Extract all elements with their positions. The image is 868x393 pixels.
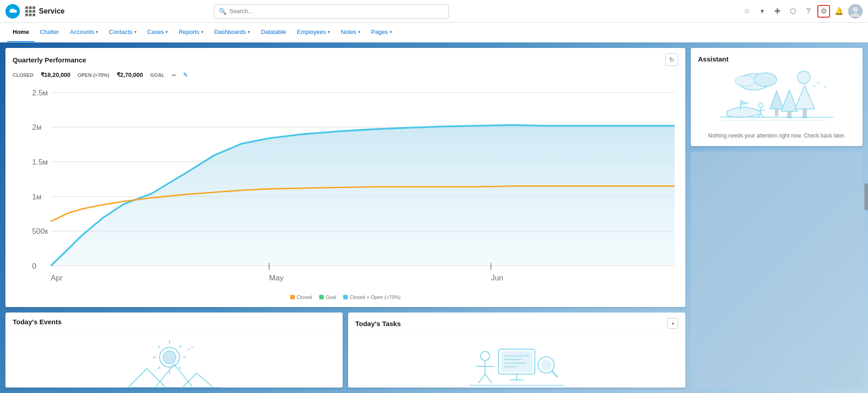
svg-line-42 — [485, 374, 492, 383]
svg-text:Jun: Jun — [491, 274, 503, 282]
nav-contacts-label: Contacts — [109, 28, 132, 35]
nav-reports[interactable]: Reports ▾ — [173, 23, 209, 42]
settings-icon[interactable]: ⚙ — [817, 5, 830, 18]
right-panel: Assistant — [691, 48, 863, 388]
nav-accounts[interactable]: Accounts ▾ — [65, 23, 104, 42]
svg-line-28 — [158, 367, 160, 369]
nav-reports-label: Reports — [179, 28, 199, 35]
legend-closed-open-dot — [343, 295, 348, 299]
right-background — [691, 152, 863, 388]
nav-dashboards-label: Dashboards — [214, 28, 246, 35]
reports-chevron-icon: ▾ — [201, 29, 203, 34]
notifications-icon[interactable]: 🔔 — [833, 5, 845, 18]
svg-line-27 — [179, 346, 181, 348]
svg-line-26 — [179, 367, 181, 369]
salesforce-connect-icon[interactable]: ⬡ — [787, 5, 799, 18]
chart-legend: Closed Goal Closed + Open (>70%) — [13, 291, 678, 302]
nav-home-label: Home — [13, 28, 29, 35]
nav-accounts-label: Accounts — [70, 28, 94, 35]
todays-events-card: Today's Events — [5, 313, 343, 388]
pages-chevron-icon: ▾ — [390, 29, 392, 34]
nav-cases-label: Cases — [147, 28, 164, 35]
nav-contacts[interactable]: Contacts ▾ — [104, 23, 142, 42]
legend-closed-dot — [290, 295, 295, 299]
svg-rect-52 — [775, 109, 778, 116]
svg-point-49 — [735, 76, 755, 86]
nav-chatter-label: Chatter — [40, 28, 59, 35]
svg-line-45 — [552, 371, 557, 377]
nav-chatter[interactable]: Chatter — [34, 23, 65, 42]
top-bar-right: ☆ ▾ ✚ ⬡ ? ⚙ 🔔 — [741, 4, 863, 19]
nav-cases[interactable]: Cases ▾ — [142, 23, 174, 42]
assistant-title: Assistant — [698, 55, 729, 63]
svg-point-48 — [754, 73, 777, 86]
legend-goal-dot — [319, 295, 324, 299]
nav-home[interactable]: Home — [7, 23, 34, 42]
app-name: Service — [39, 7, 65, 15]
svg-text:May: May — [269, 274, 283, 282]
salesforce-logo[interactable] — [5, 4, 20, 19]
assistant-illustration — [718, 68, 835, 127]
bottom-cards: Today's Events — [5, 313, 685, 388]
favorites-dropdown-icon[interactable]: ▾ — [756, 5, 769, 18]
help-icon[interactable]: ? — [802, 5, 815, 18]
svg-rect-56 — [803, 109, 807, 118]
quarterly-title: Quarterly Performance — [13, 56, 86, 64]
performance-chart: 2.5м 2м 1.5м 1м 500к 0 Apr May — [13, 83, 678, 291]
svg-text:Apr: Apr — [51, 274, 63, 282]
svg-text:1м: 1м — [32, 193, 42, 201]
scrollbar-handle[interactable] — [864, 183, 868, 210]
events-card-header: Today's Events — [5, 313, 343, 330]
contacts-chevron-icon: ▾ — [134, 29, 137, 34]
nav-dashboards[interactable]: Dashboards ▾ — [209, 23, 255, 42]
nav-pages-label: Pages — [371, 28, 388, 35]
goal-edit-icon[interactable]: ✎ — [183, 71, 188, 78]
open-label: OPEN (>70%) — [78, 72, 109, 78]
legend-closed-open-label: Closed + Open (>70%) — [349, 294, 401, 300]
nav-datatable-label: Datatable — [261, 28, 286, 35]
stats-row: CLOSED ₹18,20,000 OPEN (>70%) ₹2,70,000 … — [5, 70, 685, 83]
nav-pages[interactable]: Pages ▾ — [366, 23, 397, 42]
add-icon[interactable]: ✚ — [771, 5, 784, 18]
notes-chevron-icon: ▾ — [358, 29, 360, 34]
cases-chevron-icon: ▾ — [165, 29, 168, 34]
nav-employees[interactable]: Employees ▾ — [292, 23, 335, 42]
dashboards-chevron-icon: ▾ — [248, 29, 250, 34]
svg-text:500к: 500к — [32, 227, 48, 236]
svg-point-61 — [759, 103, 763, 108]
svg-text:2.5м: 2.5м — [32, 89, 48, 97]
svg-line-41 — [478, 374, 485, 383]
tasks-dropdown-button[interactable]: ▾ — [667, 318, 678, 329]
legend-closed: Closed — [290, 294, 312, 300]
legend-goal: Goal — [319, 294, 336, 300]
avatar[interactable] — [848, 4, 863, 19]
nav-bar: Home Chatter Accounts ▾ Contacts ▾ Cases… — [0, 23, 868, 43]
svg-text:2м: 2м — [32, 123, 42, 132]
goal-value: -- — [172, 71, 176, 78]
search-input[interactable] — [229, 8, 444, 14]
search-icon: 🔍 — [219, 8, 226, 15]
quarterly-card-header: Quarterly Performance ↻ — [5, 48, 685, 70]
employees-chevron-icon: ▾ — [328, 29, 330, 34]
nav-notes[interactable]: Notes ▾ — [335, 23, 366, 42]
events-title: Today's Events — [13, 318, 61, 326]
svg-marker-55 — [795, 85, 815, 109]
app-launcher-icon[interactable] — [25, 6, 35, 16]
refresh-button[interactable]: ↻ — [665, 53, 678, 66]
svg-marker-58 — [741, 100, 750, 105]
favorites-icon[interactable]: ☆ — [741, 5, 753, 18]
svg-marker-51 — [770, 91, 783, 109]
legend-closed-open: Closed + Open (>70%) — [343, 294, 401, 300]
svg-text:1.5м: 1.5м — [32, 158, 48, 166]
open-value: ₹2,70,000 — [117, 71, 143, 78]
search-bar[interactable]: 🔍 — [214, 4, 449, 19]
nav-datatable[interactable]: Datatable — [255, 23, 292, 42]
main-content: Quarterly Performance ↻ CLOSED ₹18,20,00… — [0, 43, 868, 393]
tasks-card-body — [348, 333, 685, 388]
todays-tasks-card: Today's Tasks ▾ — [348, 313, 685, 388]
assistant-message: Nothing needs your attention right now. … — [708, 133, 845, 139]
nav-notes-label: Notes — [341, 28, 356, 35]
closed-label: CLOSED — [13, 72, 33, 78]
svg-line-25 — [158, 346, 160, 348]
events-illustration — [124, 337, 224, 388]
